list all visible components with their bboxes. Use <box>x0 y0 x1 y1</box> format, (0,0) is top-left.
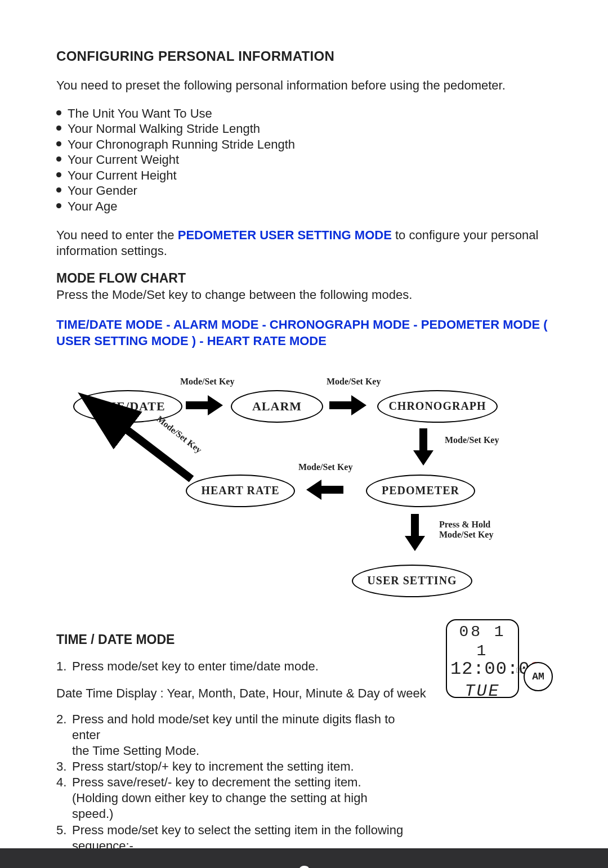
am-indicator: AM <box>524 662 553 691</box>
section-title-config: CONFIGURING PERSONAL INFORMATION <box>56 48 552 64</box>
bullet-item: Your Age <box>56 199 552 214</box>
bullet-item: The Unit You Want To Use <box>56 106 552 122</box>
step-text: Press start/stop/+ key to increment the … <box>72 759 354 773</box>
lcd-row-day: TUE <box>450 678 515 700</box>
enter-bold: PEDOMETER USER SETTING MODE <box>178 228 392 242</box>
intro-paragraph: You need to preset the following persona… <box>56 78 552 93</box>
document-page: CONFIGURING PERSONAL INFORMATION You nee… <box>0 0 608 868</box>
step-text: Press and hold mode/set key until the mi… <box>72 712 395 742</box>
arrow-icon <box>329 401 352 409</box>
bubble-chronograph: CHRONOGRAPH <box>377 390 498 423</box>
press-hold-label: Press & Hold Mode/Set Key <box>439 520 493 540</box>
lcd-screen: 08 1 1 12:00:08 TUE ☞ AM <box>446 619 519 698</box>
key-label: Mode/Set Key <box>445 435 499 445</box>
page-footer: 6 <box>0 848 608 868</box>
time-date-steps-cont: 2. Press and hold mode/set key until the… <box>56 712 405 868</box>
lcd-row-time: 12:00:08 <box>450 660 515 678</box>
pointer-icon: ☞ <box>516 663 524 678</box>
personal-info-bullets: The Unit You Want To Use Your Normal Wal… <box>56 106 552 214</box>
bubble-alarm: ALARM <box>231 390 323 423</box>
arrow-icon <box>411 514 419 536</box>
step-text: Press save/reset/- key to decrement the … <box>72 775 361 789</box>
lcd-illustration: 08 1 1 12:00:08 TUE ☞ AM <box>446 619 558 704</box>
key-label: Mode/Set Key <box>298 462 352 472</box>
step-3: 3.Press start/stop/+ key to increment th… <box>56 759 405 775</box>
bullet-item: Your Gender <box>56 183 552 199</box>
bubble-pedometer: PEDOMETER <box>366 475 475 507</box>
step-text: (Holding down either key to change the s… <box>72 790 405 822</box>
step-2: 2. Press and hold mode/set key until the… <box>56 712 405 759</box>
step-text: the Time Setting Mode. <box>72 743 405 759</box>
mode-flow-sequence: TIME/DATE MODE - ALARM MODE - CHRONOGRAP… <box>56 316 552 350</box>
mode-flow-text: Press the Mode/Set key to change between… <box>56 287 552 303</box>
arrow-icon <box>321 486 343 494</box>
arrow-icon <box>186 401 208 409</box>
key-label: Mode/Set Key <box>327 377 381 387</box>
arrow-icon <box>101 413 203 486</box>
bullet-item: Your Chronograph Running Stride Length <box>56 137 552 153</box>
arrow-icon <box>419 428 427 451</box>
enter-prefix: You need to enter the <box>56 228 178 242</box>
step-text: Press mode/set key to enter time/date mo… <box>72 659 319 673</box>
key-label: Mode/Set Key <box>180 377 234 387</box>
mode-flow-title: MODE FLOW CHART <box>56 271 552 286</box>
bullet-item: Your Current Weight <box>56 152 552 168</box>
bullet-item: Your Normal Walking Stride Length <box>56 121 552 137</box>
bullet-item: Your Current Height <box>56 168 552 184</box>
step-4: 4. Press save/reset/- key to decrement t… <box>56 775 405 822</box>
mode-flow-diagram: TIME/DATE ALARM CHRONOGRAPH HEART RATE P… <box>73 379 569 604</box>
enter-mode-paragraph: You need to enter the PEDOMETER USER SET… <box>56 227 552 258</box>
bubble-user-setting: USER SETTING <box>352 565 472 597</box>
page-number: 6 <box>297 861 311 868</box>
lcd-row-date: 08 1 1 <box>450 623 515 660</box>
